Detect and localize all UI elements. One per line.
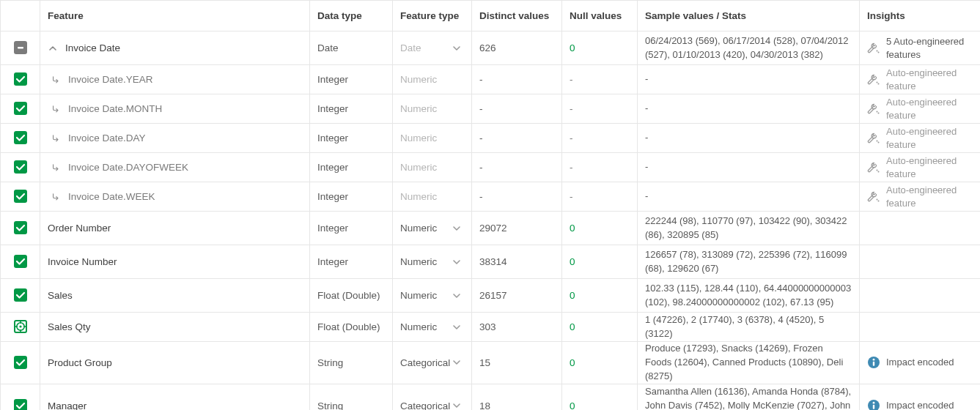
checkbox-cell[interactable] [1,153,40,182]
checkbox-cell[interactable] [1,212,40,245]
checkbox-checked-icon[interactable] [14,288,27,302]
featuretype-value: Numeric [400,191,437,202]
distinct-cell: 626 [472,31,562,65]
feature-cell[interactable]: Sales [40,279,310,313]
checkbox-cell[interactable] [1,182,40,212]
feature-cell[interactable]: Order Number [40,212,310,245]
feature-cell[interactable]: Invoice Date.DAYOFWEEK [40,153,310,182]
col-header-feature[interactable]: Feature [40,1,310,31]
sample-cell: - [638,94,860,124]
checkbox-checked-icon[interactable] [14,160,27,174]
chevron-down-icon[interactable] [450,256,463,269]
feature-cell[interactable]: Invoice Date.DAY [40,124,310,153]
chevron-down-icon[interactable] [450,42,463,55]
feature-cell[interactable]: Invoice Date.YEAR [40,65,310,94]
sample-value: - [645,161,648,172]
nulls-value: - [570,162,573,173]
checkbox-cell[interactable] [1,384,40,410]
feature-cell[interactable]: Sales Qty [40,313,310,342]
distinct-cell: 26157 [472,279,562,313]
chevron-down-icon[interactable] [450,289,463,302]
checkbox-indeterminate-icon[interactable] [14,41,27,54]
checkbox-cell[interactable] [1,124,40,153]
target-icon[interactable] [14,320,27,333]
datatype-value: Integer [317,74,348,85]
distinct-value: 26157 [479,290,507,301]
child-arrow-icon [51,75,61,85]
datatype-cell: Integer [310,153,393,182]
checkbox-checked-icon[interactable] [14,399,27,410]
feature-cell[interactable]: Invoice Date [40,31,310,65]
featuretype-cell[interactable]: Categorical [393,342,472,384]
checkbox-checked-icon[interactable] [14,72,27,86]
feature-name: Sales Qty [48,321,91,332]
checkbox-checked-icon[interactable] [14,190,27,203]
featuretype-cell[interactable]: Date [393,31,472,65]
featuretype-value: Numeric [400,74,437,85]
col-header-featuretype[interactable]: Feature type [393,1,472,31]
featuretype-cell: Numeric [393,124,472,153]
distinct-value: 38314 [479,256,507,267]
chevron-down-icon[interactable] [450,222,463,235]
collapse-caret-icon[interactable] [48,43,58,53]
distinct-value: 15 [479,357,490,368]
col-header-nulls[interactable]: Null values [562,1,638,31]
nulls-cell: 0 [562,342,638,384]
nulls-cell: 0 [562,279,638,313]
datatype-value: Date [317,42,339,53]
feature-cell[interactable]: Manager [40,384,310,410]
feature-cell[interactable]: Invoice Number [40,245,310,279]
chevron-down-icon[interactable] [450,321,463,334]
distinct-value: - [479,162,483,173]
featuretype-value: Numeric [400,133,437,144]
checkbox-checked-icon[interactable] [14,255,27,268]
insight-text: 5 Auto-engineered features [886,35,973,61]
nulls-value: 0 [570,321,575,332]
checkbox-cell[interactable] [1,279,40,313]
featuretype-cell[interactable]: Categorical [393,384,472,410]
chevron-down-icon[interactable] [450,356,463,369]
feature-name: Invoice Date.MONTH [68,103,162,114]
feature-table: Feature Data type Feature type Distinct … [0,0,980,410]
nulls-value: - [570,74,573,85]
datatype-cell: Integer [310,245,393,279]
feature-cell[interactable]: Invoice Date.WEEK [40,182,310,212]
featuretype-cell[interactable]: Numeric [393,245,472,279]
featuretype-cell[interactable]: Numeric [393,279,472,313]
wrench-icon [867,73,880,86]
col-header-insights[interactable]: Insights [860,1,981,31]
nulls-cell: - [562,65,638,94]
nulls-value: - [570,191,573,202]
col-header-checkbox [1,1,40,31]
insight-text: Impact encoded [886,399,954,410]
feature-cell[interactable]: Product Group [40,342,310,384]
distinct-cell: - [472,65,562,94]
col-header-distinct[interactable]: Distinct values [472,1,562,31]
checkbox-cell[interactable] [1,342,40,384]
checkbox-cell[interactable] [1,65,40,94]
child-arrow-icon [51,192,61,202]
col-header-sample[interactable]: Sample values / Stats [638,1,860,31]
insight-text: Auto-engineered feature [886,184,973,209]
feature-cell[interactable]: Invoice Date.MONTH [40,94,310,124]
featuretype-cell[interactable]: Numeric [393,212,472,245]
checkbox-cell[interactable] [1,94,40,124]
featuretype-cell: Numeric [393,94,472,124]
feature-name: Invoice Date.DAY [68,133,146,144]
checkbox-cell[interactable] [1,313,40,342]
nulls-cell: 0 [562,212,638,245]
checkbox-checked-icon[interactable] [14,221,27,234]
chevron-down-icon[interactable] [450,399,463,410]
checkbox-checked-icon[interactable] [14,356,27,369]
nulls-value: 0 [570,290,575,301]
checkbox-checked-icon[interactable] [14,102,27,115]
table-row: Invoice DateDateDate626006/24/2013 (569)… [1,31,981,65]
featuretype-value: Numeric [400,290,437,301]
checkbox-cell[interactable] [1,245,40,279]
sample-value: 222244 (98), 110770 (97), 103422 (90), 3… [645,215,847,240]
col-header-datatype[interactable]: Data type [310,1,393,31]
checkbox-cell[interactable] [1,31,40,65]
featuretype-cell[interactable]: Numeric [393,313,472,342]
checkbox-checked-icon[interactable] [14,131,27,144]
table-header-row: Feature Data type Feature type Distinct … [1,1,981,31]
